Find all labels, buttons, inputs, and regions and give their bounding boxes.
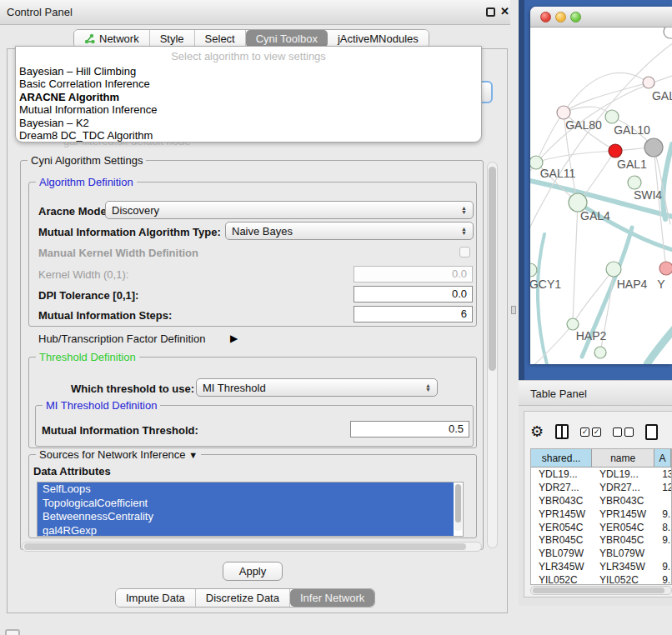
settings-vscroll-thumb[interactable] xyxy=(489,167,496,371)
tab-style[interactable]: Style xyxy=(150,30,195,48)
table-horizontal-scrollbar[interactable] xyxy=(530,586,672,595)
collapse-down-icon[interactable]: ▼ xyxy=(188,450,198,460)
document-icon[interactable] xyxy=(645,424,658,440)
expand-right-icon[interactable]: ▶ xyxy=(230,332,238,344)
network-node-gal10[interactable] xyxy=(605,110,619,123)
mi-algorithm-type-value: Naive Bayes xyxy=(232,225,293,238)
kernel-width-field[interactable]: 0.0 xyxy=(354,266,473,282)
network-node-label: Y xyxy=(657,278,665,291)
tab-select[interactable]: Select xyxy=(195,30,246,48)
network-node-label: HAP4 xyxy=(617,278,648,291)
table-row[interactable]: YDR27...YDR27...12 xyxy=(531,481,671,494)
table-cell: YBL079W xyxy=(531,548,592,559)
attributes-scroll-thumb[interactable] xyxy=(455,484,461,522)
table-row[interactable]: YER054CYER054C8. xyxy=(531,521,671,534)
settings-horizontal-scrollbar[interactable] xyxy=(22,542,482,552)
algorithm-option[interactable]: Bayesian – Hill Climbing xyxy=(16,65,481,78)
table-cell: YBR043C xyxy=(592,495,654,507)
network-node[interactable] xyxy=(664,28,672,38)
aracne-mode-combo[interactable]: Discovery ▲▼ xyxy=(105,201,474,219)
algorithm-option[interactable]: Mutual Information Inference xyxy=(16,103,481,116)
settings-hscroll-thumb[interactable] xyxy=(24,543,466,550)
network-node-hap2[interactable] xyxy=(567,318,579,330)
attribute-item[interactable]: gal4RGexp xyxy=(38,524,454,538)
tab-network[interactable]: Network xyxy=(74,30,150,48)
minimized-panel-icon[interactable] xyxy=(5,629,20,635)
network-node-label: GAL1 xyxy=(617,158,647,171)
data-attributes-label: Data Attributes xyxy=(33,465,111,478)
network-node-y[interactable] xyxy=(659,262,672,275)
network-node[interactable] xyxy=(594,347,606,358)
mi-threshold-label: Mutual Information Threshold: xyxy=(42,424,198,437)
close-traffic-light-icon[interactable] xyxy=(540,12,551,22)
minimize-traffic-light-icon[interactable] xyxy=(555,12,566,22)
algorithm-list: Bayesian – Hill ClimbingBasic Correlatio… xyxy=(16,65,481,142)
network-window: GAL80GAL10GAL1GAL11SWI4GAL4GCY1HAP4YHAP2… xyxy=(530,7,672,364)
table-header-row: shared...nameA xyxy=(531,449,671,468)
apply-button[interactable]: Apply xyxy=(223,562,283,581)
network-node-gcy1[interactable] xyxy=(530,263,537,277)
node-table: shared...nameA YDL19...YDL19...13YDR27..… xyxy=(530,448,672,585)
stepper-icon: ▲▼ xyxy=(425,383,431,392)
checked-boxes-icon[interactable]: ✓✓ xyxy=(580,428,601,437)
table-row[interactable]: YBR043CYBR043C xyxy=(531,494,671,508)
network-node-gal[interactable] xyxy=(643,77,654,88)
table-cell: YBR045C xyxy=(531,534,592,546)
algorithm-definition-legend: Algorithm Definition xyxy=(36,176,137,188)
bottom-tab-impute-data[interactable]: Impute Data xyxy=(116,589,196,607)
unchecked-boxes-icon[interactable] xyxy=(613,428,634,437)
bottom-tab-infer-network[interactable]: Infer Network xyxy=(290,589,374,607)
attribute-item[interactable]: TopologicalCoefficient xyxy=(38,497,454,511)
table-row[interactable]: YBL079WYBL079W xyxy=(531,547,671,560)
network-node-label: GAL10 xyxy=(614,123,650,137)
table-cell: 9. xyxy=(654,561,671,572)
attribute-item[interactable]: SelfLoops xyxy=(38,482,454,497)
manual-kernel-checkbox[interactable] xyxy=(459,247,470,258)
table-cell: 9. xyxy=(654,508,671,520)
stepper-icon: ▲▼ xyxy=(461,227,467,235)
dpi-tolerance-field[interactable]: 0.0 xyxy=(354,286,473,302)
splitter-handle[interactable] xyxy=(511,306,516,314)
table-hscroll-thumb[interactable] xyxy=(533,588,664,593)
network-edge xyxy=(564,72,649,112)
table-row[interactable]: YBR045CYBR045C9. xyxy=(531,533,671,547)
table-row[interactable]: YLR345WYLR345W9. xyxy=(531,560,671,573)
close-icon[interactable]: ✕ xyxy=(500,5,509,18)
network-canvas[interactable]: GAL80GAL10GAL1GAL11SWI4GAL4GCY1HAP4YHAP2… xyxy=(530,28,672,364)
column-header-name[interactable]: name xyxy=(592,449,654,467)
gear-icon[interactable]: ⚙ xyxy=(530,424,544,439)
tab-jactivemnodules[interactable]: jActiveMNodules xyxy=(328,30,429,48)
column-header-a[interactable]: A xyxy=(654,449,671,467)
zoom-traffic-light-icon[interactable] xyxy=(570,12,581,22)
network-node[interactable] xyxy=(644,138,663,157)
which-threshold-combo[interactable]: MI Threshold ▲▼ xyxy=(196,378,438,397)
data-attributes-list[interactable]: SelfLoopsTopologicalCoefficientBetweenne… xyxy=(37,482,464,537)
network-node-gal80[interactable] xyxy=(557,106,570,119)
table-row[interactable]: YDL19...YDL19...13 xyxy=(531,468,671,481)
network-node-hap4[interactable] xyxy=(606,262,621,277)
mi-algorithm-type-combo[interactable]: Naive Bayes ▲▼ xyxy=(225,222,474,240)
network-node-gal1[interactable] xyxy=(609,144,622,158)
settings-vertical-scrollbar[interactable] xyxy=(487,162,498,548)
algorithm-select-popup: Select algorithm to view settings Bayesi… xyxy=(15,46,482,142)
mi-steps-field[interactable]: 6 xyxy=(354,306,473,322)
algorithm-option[interactable]: ARACNE Algorithm xyxy=(16,91,481,103)
bottom-tab-discretize-data[interactable]: Discretize Data xyxy=(196,589,290,607)
algorithm-option[interactable]: Bayesian – K2 xyxy=(16,117,481,129)
algorithm-option[interactable]: Basic Correlation Inference xyxy=(16,78,481,90)
attribute-item[interactable]: BetweennessCentrality xyxy=(38,510,454,524)
table-row[interactable]: YPR145WYPR145W9. xyxy=(531,508,671,521)
table-row[interactable]: YIL052CYIL052C9. xyxy=(531,573,671,585)
split-columns-icon[interactable] xyxy=(555,424,569,439)
tab-cyni-toolbox[interactable]: Cyni Toolbox xyxy=(246,30,328,48)
network-node-swi4[interactable] xyxy=(628,176,641,189)
column-header-shared[interactable]: shared... xyxy=(531,449,592,467)
float-window-icon[interactable] xyxy=(486,8,495,17)
tab-label: Select xyxy=(205,32,235,45)
table-cell: YER054C xyxy=(592,522,654,533)
table-cell: YIL052C xyxy=(531,574,592,585)
cyni-algorithm-settings-legend: Cyni Algorithm Settings xyxy=(28,154,146,167)
attributes-scrollbar[interactable] xyxy=(454,484,462,531)
mi-threshold-field[interactable]: 0.5 xyxy=(350,421,469,438)
algorithm-option[interactable]: Dream8 DC_TDC Algorithm xyxy=(16,129,481,142)
